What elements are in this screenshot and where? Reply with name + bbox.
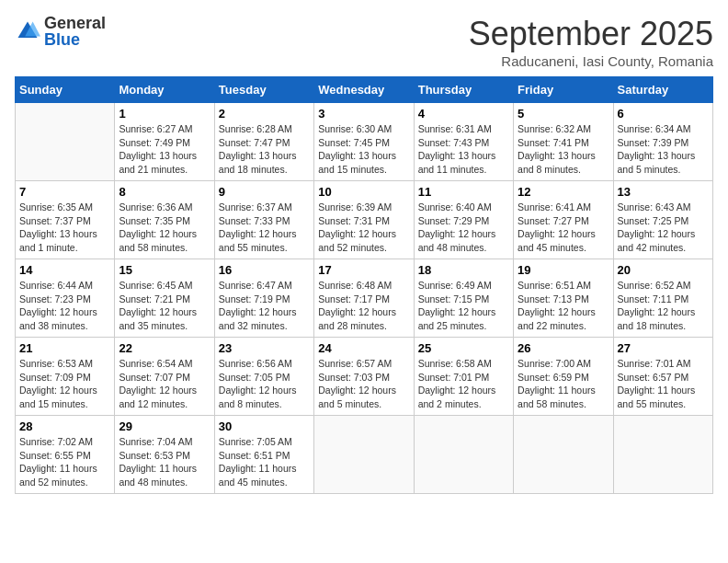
day-number: 5	[518, 107, 609, 121]
table-row: 5Sunrise: 6:32 AMSunset: 7:41 PMDaylight…	[514, 103, 613, 181]
table-row: 21Sunrise: 6:53 AMSunset: 7:09 PMDayligh…	[16, 338, 115, 416]
day-detail: Sunrise: 6:57 AMSunset: 7:03 PMDaylight:…	[318, 357, 409, 411]
table-row: 8Sunrise: 6:36 AMSunset: 7:35 PMDaylight…	[115, 181, 214, 259]
table-row: 7Sunrise: 6:35 AMSunset: 7:37 PMDaylight…	[16, 181, 115, 259]
day-detail: Sunrise: 6:34 AMSunset: 7:39 PMDaylight:…	[618, 122, 709, 177]
day-detail: Sunrise: 6:35 AMSunset: 7:37 PMDaylight:…	[19, 201, 110, 255]
day-number: 4	[418, 107, 509, 121]
table-row: 29Sunrise: 7:04 AMSunset: 6:53 PMDayligh…	[115, 416, 214, 494]
day-number: 22	[119, 341, 210, 355]
table-row: 10Sunrise: 6:39 AMSunset: 7:31 PMDayligh…	[314, 181, 414, 259]
col-tuesday: Tuesday	[214, 77, 313, 103]
day-number: 29	[119, 419, 210, 433]
day-number: 16	[219, 263, 310, 277]
day-detail: Sunrise: 7:05 AMSunset: 6:51 PMDaylight:…	[219, 435, 310, 489]
day-detail: Sunrise: 6:37 AMSunset: 7:33 PMDaylight:…	[219, 201, 310, 255]
day-number: 2	[219, 107, 310, 121]
calendar-header-row: Sunday Monday Tuesday Wednesday Thursday…	[16, 77, 713, 103]
table-row: 24Sunrise: 6:57 AMSunset: 7:03 PMDayligh…	[314, 338, 414, 416]
title-area: September 2025 Raducaneni, Iasi County, …	[469, 15, 713, 69]
col-monday: Monday	[115, 77, 214, 103]
day-detail: Sunrise: 7:01 AMSunset: 6:57 PMDaylight:…	[618, 357, 709, 411]
logo-blue-text: Blue	[44, 31, 106, 48]
day-number: 11	[418, 185, 509, 199]
table-row	[613, 416, 712, 494]
day-number: 7	[19, 185, 110, 199]
calendar-table: Sunday Monday Tuesday Wednesday Thursday…	[15, 76, 713, 494]
day-detail: Sunrise: 7:02 AMSunset: 6:55 PMDaylight:…	[19, 435, 110, 489]
day-number: 18	[418, 263, 509, 277]
day-number: 25	[418, 341, 509, 355]
day-number: 1	[119, 107, 210, 121]
table-row: 9Sunrise: 6:37 AMSunset: 7:33 PMDaylight…	[214, 181, 313, 259]
day-detail: Sunrise: 6:39 AMSunset: 7:31 PMDaylight:…	[318, 201, 409, 255]
table-row: 18Sunrise: 6:49 AMSunset: 7:15 PMDayligh…	[414, 259, 513, 338]
day-number: 26	[518, 341, 609, 355]
table-row: 28Sunrise: 7:02 AMSunset: 6:55 PMDayligh…	[16, 416, 115, 494]
day-detail: Sunrise: 6:27 AMSunset: 7:49 PMDaylight:…	[119, 122, 210, 177]
day-detail: Sunrise: 6:36 AMSunset: 7:35 PMDaylight:…	[119, 201, 210, 255]
day-number: 28	[19, 419, 110, 433]
table-row: 17Sunrise: 6:48 AMSunset: 7:17 PMDayligh…	[314, 259, 414, 338]
day-detail: Sunrise: 6:40 AMSunset: 7:29 PMDaylight:…	[418, 201, 509, 255]
table-row	[414, 416, 513, 494]
day-number: 17	[318, 263, 409, 277]
table-row: 25Sunrise: 6:58 AMSunset: 7:01 PMDayligh…	[414, 338, 513, 416]
calendar-week-row: 28Sunrise: 7:02 AMSunset: 6:55 PMDayligh…	[16, 416, 713, 494]
day-number: 9	[219, 185, 310, 199]
day-number: 30	[219, 419, 310, 433]
day-detail: Sunrise: 6:48 AMSunset: 7:17 PMDaylight:…	[318, 279, 409, 333]
day-number: 23	[219, 341, 310, 355]
day-detail: Sunrise: 6:47 AMSunset: 7:19 PMDaylight:…	[219, 279, 310, 333]
col-wednesday: Wednesday	[314, 77, 414, 103]
day-detail: Sunrise: 6:51 AMSunset: 7:13 PMDaylight:…	[518, 279, 609, 333]
day-number: 27	[618, 341, 709, 355]
table-row: 4Sunrise: 6:31 AMSunset: 7:43 PMDaylight…	[414, 103, 513, 181]
table-row	[16, 103, 115, 181]
day-number: 14	[19, 263, 110, 277]
logo-general-text: General	[44, 15, 106, 31]
table-row: 6Sunrise: 6:34 AMSunset: 7:39 PMDaylight…	[613, 103, 712, 181]
table-row: 26Sunrise: 7:00 AMSunset: 6:59 PMDayligh…	[514, 338, 613, 416]
table-row	[314, 416, 414, 494]
table-row: 11Sunrise: 6:40 AMSunset: 7:29 PMDayligh…	[414, 181, 513, 259]
day-detail: Sunrise: 6:45 AMSunset: 7:21 PMDaylight:…	[119, 279, 210, 333]
day-detail: Sunrise: 6:44 AMSunset: 7:23 PMDaylight:…	[19, 279, 110, 333]
table-row: 14Sunrise: 6:44 AMSunset: 7:23 PMDayligh…	[16, 259, 115, 338]
day-number: 21	[19, 341, 110, 355]
calendar-week-row: 14Sunrise: 6:44 AMSunset: 7:23 PMDayligh…	[16, 259, 713, 338]
day-number: 10	[318, 185, 409, 199]
table-row: 30Sunrise: 7:05 AMSunset: 6:51 PMDayligh…	[214, 416, 313, 494]
day-detail: Sunrise: 7:04 AMSunset: 6:53 PMDaylight:…	[119, 435, 210, 489]
day-detail: Sunrise: 6:32 AMSunset: 7:41 PMDaylight:…	[518, 122, 609, 177]
table-row: 12Sunrise: 6:41 AMSunset: 7:27 PMDayligh…	[514, 181, 613, 259]
day-detail: Sunrise: 6:56 AMSunset: 7:05 PMDaylight:…	[219, 357, 310, 411]
day-number: 6	[618, 107, 709, 121]
day-detail: Sunrise: 6:53 AMSunset: 7:09 PMDaylight:…	[19, 357, 110, 411]
table-row: 3Sunrise: 6:30 AMSunset: 7:45 PMDaylight…	[314, 103, 414, 181]
table-row: 16Sunrise: 6:47 AMSunset: 7:19 PMDayligh…	[214, 259, 313, 338]
logo: General Blue	[15, 15, 106, 48]
day-detail: Sunrise: 6:54 AMSunset: 7:07 PMDaylight:…	[119, 357, 210, 411]
day-detail: Sunrise: 6:31 AMSunset: 7:43 PMDaylight:…	[418, 122, 509, 177]
table-row: 20Sunrise: 6:52 AMSunset: 7:11 PMDayligh…	[613, 259, 712, 338]
table-row: 19Sunrise: 6:51 AMSunset: 7:13 PMDayligh…	[514, 259, 613, 338]
day-detail: Sunrise: 6:52 AMSunset: 7:11 PMDaylight:…	[618, 279, 709, 333]
table-row: 1Sunrise: 6:27 AMSunset: 7:49 PMDaylight…	[115, 103, 214, 181]
table-row: 23Sunrise: 6:56 AMSunset: 7:05 PMDayligh…	[214, 338, 313, 416]
day-number: 13	[618, 185, 709, 199]
col-friday: Friday	[514, 77, 613, 103]
table-row: 13Sunrise: 6:43 AMSunset: 7:25 PMDayligh…	[613, 181, 712, 259]
day-detail: Sunrise: 6:58 AMSunset: 7:01 PMDaylight:…	[418, 357, 509, 411]
header: General Blue September 2025 Raducaneni, …	[15, 15, 713, 69]
location-subtitle: Raducaneni, Iasi County, Romania	[469, 53, 713, 69]
table-row: 27Sunrise: 7:01 AMSunset: 6:57 PMDayligh…	[613, 338, 712, 416]
day-number: 3	[318, 107, 409, 121]
col-thursday: Thursday	[414, 77, 513, 103]
day-number: 15	[119, 263, 210, 277]
day-detail: Sunrise: 6:41 AMSunset: 7:27 PMDaylight:…	[518, 201, 609, 255]
day-detail: Sunrise: 6:28 AMSunset: 7:47 PMDaylight:…	[219, 122, 310, 177]
calendar-week-row: 1Sunrise: 6:27 AMSunset: 7:49 PMDaylight…	[16, 103, 713, 181]
table-row: 15Sunrise: 6:45 AMSunset: 7:21 PMDayligh…	[115, 259, 214, 338]
day-number: 19	[518, 263, 609, 277]
